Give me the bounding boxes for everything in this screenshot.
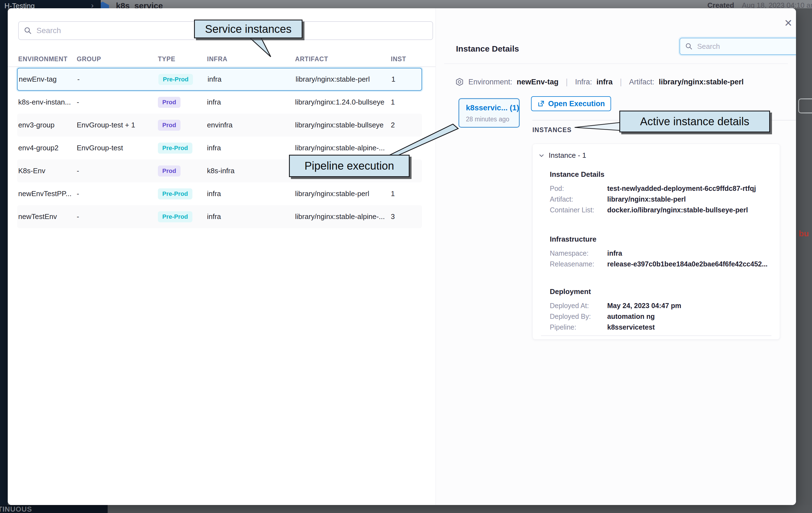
- cell-group: -: [77, 189, 158, 198]
- cell-type: Prod: [158, 165, 207, 177]
- environment-value: newEnv-tag: [517, 78, 559, 86]
- callout-service-instances: Service instances: [194, 20, 302, 38]
- cell-type: Pre-Prod: [158, 74, 208, 85]
- table-header: ENVIRONMENT GROUP TYPE INFRA ARTIFACT IN…: [8, 52, 436, 67]
- execution-name: k8sservic... (1): [466, 103, 519, 112]
- cell-infra: infra: [207, 189, 295, 198]
- section-header: Deployment: [550, 288, 681, 296]
- environment-icon: [455, 78, 464, 86]
- table-row[interactable]: newTestEnv - Pre-Prod infra library/ngin…: [17, 205, 422, 228]
- table-row[interactable]: k8s-env-instan... - Prod infra library/n…: [17, 91, 422, 114]
- instance-accordion-toggle[interactable]: Instance - 1: [538, 151, 586, 160]
- cell-environment: k8s-env-instan...: [18, 98, 77, 107]
- cell-artifact: library/nginx:stable-alpine-...: [295, 212, 391, 221]
- cell-inst: 3: [391, 212, 422, 221]
- pane-title: Instance Details: [456, 44, 519, 54]
- search-icon: [685, 42, 693, 50]
- infra-label: Infra:: [575, 78, 592, 86]
- search-input[interactable]: [697, 42, 796, 51]
- instances-list-pane: ENVIRONMENT GROUP TYPE INFRA ARTIFACT IN…: [8, 8, 436, 505]
- detail-row: Artifact: library/nginx:stable-perl: [550, 194, 756, 205]
- underlay-red-text-fragment: bu: [799, 229, 809, 238]
- cell-artifact: library/nginx:stable-alpine-...: [295, 144, 391, 152]
- cell-inst: 1: [391, 98, 422, 107]
- detail-row: Deployed By: automation ng: [550, 311, 681, 322]
- col-environment: ENVIRONMENT: [18, 55, 77, 63]
- chevron-down-icon: [538, 152, 545, 159]
- instances-heading: INSTANCES: [532, 126, 572, 134]
- instance-title: Instance - 1: [549, 151, 586, 160]
- artifact-value: library/nginx:stable-perl: [659, 78, 744, 86]
- service-instances-modal: ENVIRONMENT GROUP TYPE INFRA ARTIFACT IN…: [8, 8, 796, 505]
- cell-environment: newTestEnv: [18, 212, 77, 221]
- cell-infra: infra: [207, 212, 295, 221]
- cell-infra: k8s-infra: [207, 167, 295, 175]
- cell-type: Pre-Prod: [158, 211, 207, 222]
- section-deployment: Deployment Deployed At: May 24, 2023 04:…: [550, 288, 681, 333]
- screen: k8s_service CreatedAug 18, 2023 04:10 am…: [0, 0, 812, 513]
- env-type-badge: Pre-Prod: [158, 143, 192, 154]
- cell-environment: newEnvTestPP...: [18, 189, 77, 198]
- underlay-breadcrumb: H-Testing: [4, 2, 35, 8]
- instance-search[interactable]: [679, 38, 796, 55]
- table-row-selected[interactable]: newEnv-tag - Pre-Prod infra library/ngin…: [17, 68, 422, 91]
- dimmed-app-header: k8s_service CreatedAug 18, 2023 04:10 am: [0, 0, 812, 8]
- instance-details-pane: ✕ Instance Details Environment: newEnv-t…: [436, 8, 796, 505]
- execution-time: 28 minutes ago: [466, 116, 519, 123]
- env-type-badge: Prod: [158, 97, 180, 108]
- underlay-nav-text: TINUOUS: [0, 505, 32, 513]
- col-inst: INST: [391, 55, 422, 63]
- external-link-icon: [537, 100, 545, 108]
- table-row[interactable]: newEnvTestPP... - Pre-Prod infra library…: [17, 182, 422, 205]
- detail-value: automation ng: [607, 311, 655, 322]
- separator: |: [620, 77, 622, 87]
- open-execution-label: Open Execution: [548, 99, 605, 108]
- detail-value: test-newlyadded-deployment-6cc9ffdc87-rt…: [607, 183, 756, 194]
- col-type: TYPE: [158, 55, 207, 63]
- detail-value: k8sservicetest: [607, 322, 655, 333]
- section-instance-details: Instance Details Pod: test-newlyadded-de…: [550, 170, 756, 215]
- detail-label: Deployed By:: [550, 311, 607, 322]
- col-group: GROUP: [77, 55, 158, 63]
- cell-infra: infra: [207, 98, 295, 107]
- created-value: Aug 18, 2023 04:10 am: [742, 1, 812, 8]
- cell-artifact: library/nginx:stable-bullseye: [295, 121, 391, 129]
- detail-label: Pod:: [550, 183, 607, 194]
- chevron-right-icon: ›: [91, 1, 93, 8]
- divider: [541, 335, 772, 336]
- env-type-badge: Pre-Prod: [158, 74, 193, 85]
- env-type-badge: Pre-Prod: [158, 211, 192, 222]
- cell-inst: 1: [391, 189, 422, 198]
- cell-inst: 1: [392, 75, 423, 84]
- cell-environment: K8s-Env: [18, 167, 77, 175]
- dimmed-sidebar-top: H-Testing ›: [0, 0, 101, 8]
- detail-row: Deployed At: May 24, 2023 04:47 pm: [550, 300, 681, 311]
- close-icon[interactable]: ✕: [782, 17, 795, 30]
- artifact-label: Artifact:: [629, 78, 655, 86]
- divider: [444, 63, 788, 64]
- detail-value: infra: [607, 248, 622, 259]
- cell-group: -: [77, 212, 158, 221]
- table-row[interactable]: env3-group EnvGroup-test + 1 Prod envinf…: [17, 114, 422, 137]
- underlay-page-title: k8s_service: [116, 1, 163, 8]
- section-infrastructure: Infrastructure Namespace: infra Releasen…: [550, 235, 767, 269]
- cell-group: -: [77, 75, 158, 84]
- cell-infra: infra: [207, 144, 295, 152]
- env-type-badge: Pre-Prod: [158, 188, 192, 200]
- detail-label: Pipeline:: [550, 322, 607, 333]
- cell-environment: env3-group: [18, 121, 77, 129]
- underlay-created-text: CreatedAug 18, 2023 04:10 am: [707, 1, 812, 8]
- section-header: Instance Details: [550, 170, 756, 179]
- open-execution-button[interactable]: Open Execution: [531, 96, 611, 111]
- detail-row: Pipeline: k8sservicetest: [550, 322, 681, 333]
- dimmed-sidebar-edge: [0, 8, 8, 505]
- cell-group: EnvGroup-test + 1: [77, 121, 158, 129]
- cell-type: Prod: [158, 97, 207, 108]
- created-label: Created: [707, 1, 734, 8]
- environment-label: Environment:: [468, 78, 512, 86]
- detail-value: docker.io/library/nginx:stable-bullseye-…: [607, 205, 748, 215]
- dimmed-app-right-edge: bu: [796, 8, 812, 505]
- execution-card[interactable]: k8sservic... (1) 28 minutes ago: [459, 98, 520, 128]
- infra-value: infra: [597, 78, 613, 86]
- detail-label: Artifact:: [550, 194, 607, 205]
